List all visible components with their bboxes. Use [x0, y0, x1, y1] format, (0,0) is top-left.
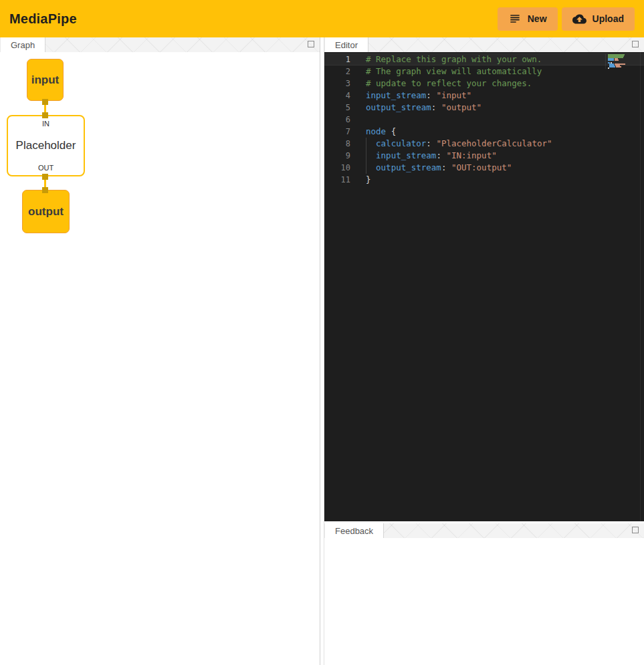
graph-node-output-label: output [28, 205, 64, 219]
editor-minimap[interactable] [605, 54, 636, 69]
maximize-icon[interactable] [632, 41, 639, 47]
code-line[interactable]: 5output_stream: "output" [324, 102, 644, 114]
code-line[interactable]: 10 output_stream: "OUT:output" [324, 162, 644, 174]
code-editor[interactable]: 1# Replace this graph with your own.2# T… [324, 52, 644, 521]
line-number: 5 [324, 102, 350, 114]
code-line[interactable]: 7node { [324, 126, 644, 138]
graph-node-input-label: input [31, 74, 60, 87]
line-number: 11 [324, 174, 350, 186]
code-line[interactable]: 2# The graph view will automatically [324, 65, 644, 78]
in-port-label: IN [42, 120, 49, 128]
code-lines: 1# Replace this graph with your own.2# T… [324, 52, 644, 186]
tab-editor[interactable]: Editor [324, 37, 368, 52]
code-line[interactable]: 8 calculator: "PlaceholderCalculator" [324, 138, 644, 150]
out-port-label: OUT [38, 164, 53, 172]
graph-node-input[interactable]: input [27, 59, 64, 101]
graph-node-output[interactable]: output [22, 190, 70, 233]
port-placeholder-out[interactable] [42, 174, 48, 180]
tab-feedback-label: Feedback [335, 526, 373, 536]
code-line[interactable]: 1# Replace this graph with your own. [324, 53, 644, 65]
graph-panel-header: Graph [0, 37, 320, 52]
app-bar: MediaPipe New Upload [0, 0, 644, 37]
app-title: MediaPipe [9, 11, 77, 27]
new-button-label: New [528, 13, 547, 24]
line-number: 9 [324, 150, 350, 162]
subject-icon [508, 12, 522, 25]
port-output-in[interactable] [42, 187, 48, 193]
line-number: 3 [324, 78, 350, 90]
indent-guide [366, 138, 366, 174]
line-number: 10 [324, 162, 350, 174]
editor-panel-header: Editor [324, 37, 644, 52]
code-line[interactable]: 4input_stream: "input" [324, 90, 644, 102]
feedback-panel: Feedback [324, 523, 644, 665]
new-button[interactable]: New [498, 7, 558, 31]
line-number: 8 [324, 138, 350, 150]
graph-node-placeholder-label: Placeholder [16, 139, 76, 152]
feedback-content [324, 538, 644, 665]
line-number: 2 [324, 65, 350, 78]
upload-button[interactable]: Upload [562, 7, 635, 31]
line-number: 1 [324, 53, 350, 65]
cloud-upload-icon [572, 12, 586, 26]
graph-canvas[interactable]: input IN Placeholder OUT output [0, 52, 320, 665]
tab-editor-label: Editor [335, 40, 358, 50]
graph-panel: Graph input IN Placeholder OUT output [0, 37, 320, 665]
tab-graph-label: Graph [11, 40, 35, 50]
code-line[interactable]: 11} [324, 174, 644, 186]
app-actions: New Upload [498, 7, 635, 31]
tab-feedback[interactable]: Feedback [324, 523, 384, 538]
upload-button-label: Upload [593, 13, 624, 24]
code-line[interactable]: 6 [324, 114, 644, 126]
code-line[interactable]: 3# update to reflect your changes. [324, 78, 644, 90]
maximize-icon[interactable] [308, 41, 314, 47]
maximize-icon[interactable] [632, 527, 639, 533]
editor-panel: Editor 1# Replace this graph with your o… [324, 37, 644, 521]
line-number: 7 [324, 126, 350, 138]
graph-node-placeholder[interactable]: IN Placeholder OUT [7, 115, 85, 176]
port-placeholder-in[interactable] [42, 112, 48, 118]
code-line[interactable]: 9 input_stream: "IN:input" [324, 150, 644, 162]
tab-graph[interactable]: Graph [0, 37, 45, 52]
line-number: 6 [324, 114, 350, 126]
feedback-panel-header: Feedback [324, 523, 644, 538]
port-input-out[interactable] [42, 99, 48, 105]
line-number: 4 [324, 90, 350, 102]
